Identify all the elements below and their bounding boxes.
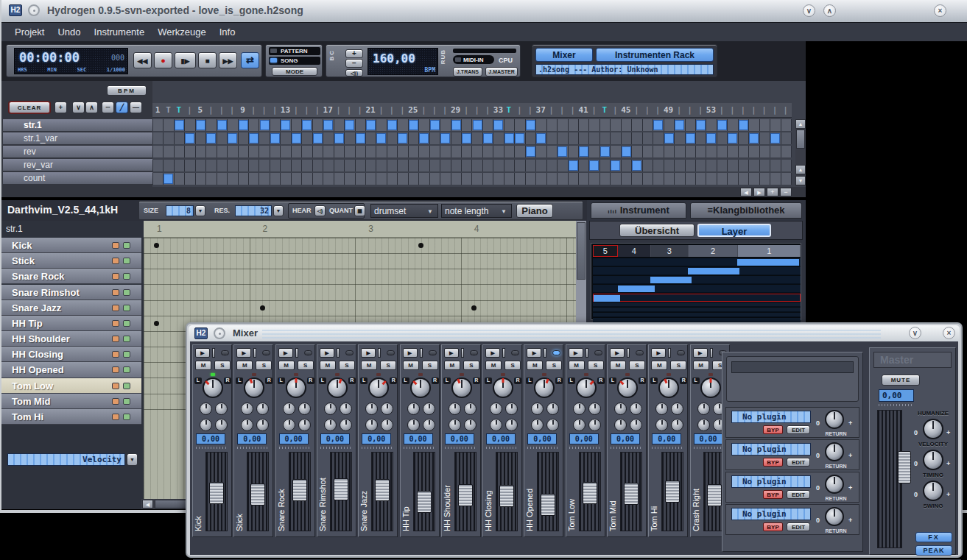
fx-return-knob[interactable]: [825, 475, 844, 494]
ruler-tick[interactable]: |: [653, 105, 663, 115]
layer-bar[interactable]: [650, 277, 692, 283]
ruler-tick[interactable]: |: [770, 105, 780, 115]
strip-solo-button[interactable]: S: [298, 361, 314, 370]
song-grid-cell-active[interactable]: [579, 146, 588, 157]
layer-bar[interactable]: [688, 268, 739, 274]
strip-mute-button[interactable]: M: [236, 361, 253, 370]
menu-item-werkzeuge[interactable]: Werkzeuge: [158, 26, 206, 38]
strip-solo-button[interactable]: S: [629, 361, 645, 370]
instrument-row[interactable]: Tom Mid: [1, 394, 141, 409]
fx-send-knob-4[interactable]: [423, 419, 435, 431]
fx-send-knob-1[interactable]: [531, 403, 544, 415]
song-grid-cell-active[interactable]: [600, 146, 610, 157]
rewind-button[interactable]: ◀◀: [133, 52, 152, 68]
instrument-solo-button[interactable]: [123, 351, 130, 358]
fx-send-knob-1[interactable]: [200, 403, 212, 415]
strip-mute-button[interactable]: M: [569, 361, 585, 370]
ruler-tick[interactable]: T: [599, 105, 610, 115]
song-grid-cell-active[interactable]: [653, 120, 663, 130]
tab-instrument[interactable]: ılıl Instrument: [591, 202, 686, 219]
strip-solo-button[interactable]: S: [214, 361, 231, 370]
instrument-mute-button[interactable]: [112, 351, 119, 358]
instrument-solo-button[interactable]: [123, 366, 130, 373]
ruler-tick[interactable]: |: [525, 105, 535, 115]
instrument-row[interactable]: HH Shoulder: [1, 331, 141, 347]
menu-item-instrumente[interactable]: Instrumente: [94, 26, 145, 38]
note-dot[interactable]: [260, 305, 265, 311]
song-grid-cell-active[interactable]: [569, 160, 578, 171]
song-grid-cell-active[interactable]: [686, 133, 695, 143]
ruler-tick[interactable]: |: [397, 105, 407, 115]
scroll-left-button[interactable]: ◀: [740, 188, 752, 196]
pattern-list-item[interactable]: str.1_var: [3, 132, 152, 145]
fx-plugin-name-display[interactable]: No plugin: [731, 411, 811, 423]
menu-item-undo[interactable]: Undo: [57, 26, 80, 38]
fx-send-knob-4[interactable]: [505, 419, 518, 431]
scroll-down-button[interactable]: ▼: [795, 176, 806, 185]
instrument-row[interactable]: Stick: [1, 253, 141, 269]
layer-row[interactable]: [593, 294, 801, 302]
ruler-tick[interactable]: 41: [578, 105, 588, 115]
strip-mute-button[interactable]: M: [195, 361, 211, 370]
instrument-row[interactable]: Kick: [1, 238, 141, 253]
pattern-list-item[interactable]: rev: [3, 146, 152, 158]
layer-panel[interactable]: 54321: [591, 243, 801, 320]
show-peaks-button[interactable]: PEAK: [915, 545, 952, 556]
tab-sound-library[interactable]: ≡Klangbibliothek: [690, 202, 802, 219]
song-grid-cell-active[interactable]: [526, 120, 535, 130]
fx-send-knob-1[interactable]: [655, 403, 668, 415]
ruler-tick[interactable]: T: [174, 105, 184, 115]
strip-play-button[interactable]: ▶: [236, 348, 251, 358]
input-mode-select[interactable]: ▼drumset: [370, 204, 438, 218]
strip-fader-track[interactable]: [371, 452, 393, 531]
fx-send-knob-4[interactable]: [215, 419, 228, 431]
pattern-mode-row[interactable]: PATTERN: [269, 47, 320, 55]
ruler-tick[interactable]: |: [717, 105, 727, 115]
song-grid-cell-active[interactable]: [409, 120, 418, 130]
strip-play-button[interactable]: ▶: [527, 348, 541, 358]
ruler-tick[interactable]: |: [588, 105, 599, 115]
song-grid-cell-active[interactable]: [493, 120, 503, 130]
strip-mute-button[interactable]: M: [278, 361, 295, 370]
song-timeline-ruler[interactable]: 1TT|5|||9|||13|||17|||21|||25|||29|||33T…: [152, 103, 792, 118]
metronome-button[interactable]: ◁)): [345, 69, 363, 77]
fx-send-knob-1[interactable]: [407, 403, 420, 415]
song-grid-cell-active[interactable]: [696, 120, 706, 130]
song-grid-cell-active[interactable]: [622, 146, 631, 157]
strip-fader-track[interactable]: [247, 452, 269, 531]
strip-solo-button[interactable]: S: [546, 361, 562, 370]
fx-edit-button[interactable]: EDIT: [787, 490, 810, 499]
fx-send-knob-3[interactable]: [407, 419, 420, 431]
ruler-tick[interactable]: |: [514, 105, 524, 115]
ruler-tick[interactable]: |: [440, 105, 450, 115]
strip-mute-button[interactable]: M: [527, 361, 543, 370]
song-grid-cell-active[interactable]: [292, 133, 301, 143]
fx-send-knob-1[interactable]: [365, 403, 378, 415]
pan-knob[interactable]: [368, 378, 389, 398]
song-grid-cell-active[interactable]: [430, 120, 440, 130]
fx-send-knob-3[interactable]: [241, 419, 253, 431]
layer-bar[interactable]: [737, 259, 799, 266]
song-grid-cell-active[interactable]: [239, 120, 248, 130]
fx-edit-button[interactable]: EDIT: [787, 425, 810, 434]
strip-solo-button[interactable]: S: [422, 361, 438, 370]
master-knob-velocity[interactable]: [923, 419, 943, 439]
shade-button[interactable]: ∨: [803, 4, 815, 17]
strip-fader-thumb[interactable]: [250, 483, 265, 506]
fx-send-knob-2[interactable]: [671, 403, 683, 415]
instrument-mute-button[interactable]: [112, 414, 119, 420]
instrument-row[interactable]: Tom Low: [1, 378, 141, 394]
ruler-tick[interactable]: |: [376, 105, 386, 115]
fx-return-knob[interactable]: [825, 507, 844, 526]
instrument-row[interactable]: Snare Rock: [1, 269, 141, 284]
pattern-list-item[interactable]: str.1: [3, 119, 152, 132]
song-grid-cell-active[interactable]: [206, 133, 216, 143]
scroll-left-button[interactable]: ◀: [142, 500, 153, 508]
strip-mute-button[interactable]: M: [485, 361, 502, 370]
strip-mute-button[interactable]: M: [651, 361, 667, 370]
fx-send-knob-4[interactable]: [256, 419, 269, 431]
layer-header-4[interactable]: 4: [618, 245, 651, 257]
song-grid-cell-active[interactable]: [175, 120, 184, 130]
instrument-mute-button[interactable]: [112, 320, 119, 327]
menu-item-projekt[interactable]: Projekt: [15, 26, 44, 38]
